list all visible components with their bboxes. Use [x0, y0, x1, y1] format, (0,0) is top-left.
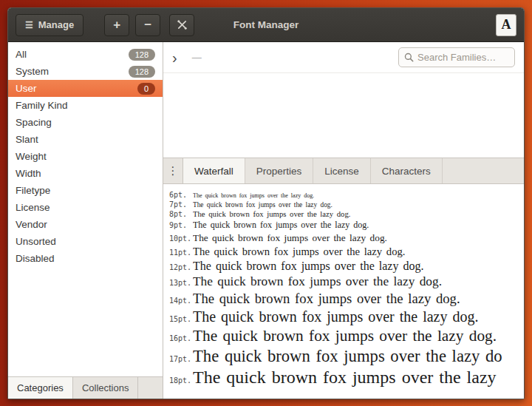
waterfall-size-label: 13pt.: [169, 279, 193, 287]
sidebar-item-label: License: [16, 202, 155, 213]
sidebar-item-all[interactable]: All 128: [8, 46, 163, 63]
waterfall-preview-text: The quick brown fox jumps over the lazy: [193, 368, 497, 388]
sidebar-item-vendor[interactable]: Vendor: [8, 216, 163, 233]
waterfall-size-label: 16pt.: [169, 334, 193, 342]
waterfall-row: 8pt. The quick brown fox jumps over the …: [169, 210, 524, 218]
waterfall-preview-text: The quick brown fox jumps over the lazy …: [193, 347, 502, 366]
sidebar-item-system[interactable]: System 128: [8, 63, 163, 80]
waterfall-size-label: 7pt.: [169, 200, 193, 209]
search-families-input[interactable]: [417, 52, 509, 63]
tab-label: Properties: [256, 166, 302, 177]
manage-button[interactable]: ☰ Manage: [16, 14, 83, 36]
waterfall-size-label: 14pt.: [169, 297, 193, 305]
sidebar-footer-tabs: Categories Collections: [8, 376, 163, 399]
waterfall-preview-text: The quick brown fox jumps over the lazy …: [193, 291, 460, 307]
waterfall-size-label: 10pt.: [169, 234, 193, 243]
sidebar-item-license[interactable]: License: [8, 199, 163, 216]
waterfall-row: 13pt. The quick brown fox jumps over the…: [169, 274, 524, 289]
sidebar-item-label: All: [16, 49, 129, 60]
waterfall-size-label: 15pt.: [169, 315, 193, 323]
plus-icon: +: [113, 18, 120, 33]
sidebar-item-width[interactable]: Width: [8, 165, 163, 182]
waterfall-size-label: 18pt.: [169, 376, 193, 385]
sidebar: All 128 System 128 User 0 Family Kind Sp…: [8, 42, 163, 399]
sidebar-item-label: Width: [16, 168, 155, 179]
waterfall-preview-text: The quick brown fox jumps over the lazy …: [193, 274, 442, 289]
waterfall-row: 14pt. The quick brown fox jumps over the…: [169, 291, 524, 307]
sidebar-item-disabled[interactable]: Disabled: [8, 250, 163, 267]
sidebar-item-unsorted[interactable]: Unsorted: [8, 233, 163, 250]
sidebar-item-slant[interactable]: Slant: [8, 131, 163, 148]
add-fonts-button[interactable]: +: [104, 14, 129, 36]
tab-license[interactable]: License: [313, 158, 371, 183]
preview-menu-button[interactable]: ⋮: [163, 158, 183, 183]
search-families-box[interactable]: [398, 47, 515, 67]
waterfall-row: 11pt. The quick brown fox jumps over the…: [169, 246, 524, 258]
sidebar-item-family-kind[interactable]: Family Kind: [8, 97, 163, 114]
sidebar-item-label: Vendor: [16, 219, 155, 230]
waterfall-preview-text: The quick brown fox jumps over the lazy …: [193, 220, 369, 231]
sidebar-item-label: Filetype: [16, 185, 155, 196]
preferences-button[interactable]: [169, 14, 194, 36]
remove-fonts-button[interactable]: −: [135, 14, 160, 36]
tab-categories[interactable]: Categories: [8, 377, 73, 399]
tab-label: Collections: [82, 382, 129, 393]
waterfall-row: 9pt. The quick brown fox jumps over the …: [169, 220, 524, 231]
count-badge: 128: [129, 66, 155, 78]
waterfall-size-label: 12pt.: [169, 263, 193, 271]
family-list-header: › —: [163, 42, 524, 73]
main-pane: › — ⋮ Waterfall: [163, 42, 524, 399]
preferences-icon: [177, 19, 188, 30]
waterfall-row: 15pt. The quick brown fox jumps over the…: [169, 308, 524, 325]
waterfall-row: 10pt. The quick brown fox jumps over the…: [169, 232, 524, 244]
waterfall-row: 17pt. The quick brown fox jumps over the…: [169, 347, 524, 366]
waterfall-preview-text: The quick brown fox jumps over the lazy …: [193, 246, 405, 258]
search-icon: [404, 53, 414, 62]
waterfall-preview-text: The quick brown fox jumps over the lazy …: [193, 201, 332, 209]
waterfall-preview-text: The quick brown fox jumps over the lazy …: [193, 232, 387, 244]
menu-icon: ☰: [25, 21, 33, 30]
sidebar-item-label: Spacing: [16, 117, 155, 128]
waterfall-preview[interactable]: 6pt. The quick brown fox jumps over the …: [163, 184, 524, 399]
waterfall-preview-text: The quick brown fox jumps over the lazy …: [193, 308, 478, 325]
waterfall-preview-text: The quick brown fox jumps over the lazy …: [193, 327, 497, 345]
expander-chevron-icon[interactable]: ›: [172, 50, 177, 65]
waterfall-preview-text: The quick brown fox jumps over the lazy …: [193, 210, 350, 218]
waterfall-row: 16pt. The quick brown fox jumps over the…: [169, 327, 524, 345]
preview-tab-bar: ⋮ Waterfall Properties License Character…: [163, 158, 524, 184]
header-bar: ☰ Manage + − Font Manager A: [8, 8, 524, 42]
tab-characters[interactable]: Characters: [371, 158, 443, 183]
sidebar-item-label: System: [16, 66, 129, 77]
tab-collections[interactable]: Collections: [73, 377, 139, 399]
sidebar-item-label: Weight: [16, 151, 155, 162]
waterfall-row: 6pt. The quick brown fox jumps over the …: [169, 191, 524, 199]
minus-icon: −: [144, 18, 151, 33]
tab-properties[interactable]: Properties: [245, 158, 314, 183]
waterfall-size-label: 11pt.: [169, 248, 193, 257]
waterfall-size-label: 9pt.: [169, 221, 193, 229]
waterfall-preview-text: The quick brown fox jumps over the lazy …: [193, 260, 423, 273]
sidebar-item-spacing[interactable]: Spacing: [8, 114, 163, 131]
sidebar-item-weight[interactable]: Weight: [8, 148, 163, 165]
waterfall-size-label: 6pt.: [169, 191, 193, 199]
sidebar-item-user[interactable]: User 0: [8, 80, 163, 97]
waterfall-row: 12pt. The quick brown fox jumps over the…: [169, 260, 524, 273]
tab-label: Waterfall: [194, 166, 233, 177]
tab-label: Characters: [382, 166, 431, 177]
sidebar-item-label: Slant: [16, 134, 155, 145]
content-area: All 128 System 128 User 0 Family Kind Sp…: [8, 42, 524, 399]
window-title: Font Manager: [8, 19, 524, 30]
sidebar-item-label: User: [16, 83, 137, 94]
count-badge: 0: [137, 83, 155, 95]
sidebar-item-label: Family Kind: [16, 100, 155, 111]
tab-label: License: [324, 166, 359, 177]
tab-waterfall[interactable]: Waterfall: [183, 158, 245, 183]
vertical-dots-icon: ⋮: [168, 164, 179, 177]
sidebar-item-label: Unsorted: [16, 236, 155, 247]
sidebar-item-filetype[interactable]: Filetype: [8, 182, 163, 199]
font-viewer-button[interactable]: A: [496, 14, 516, 36]
letter-a-icon: A: [502, 17, 511, 33]
waterfall-size-label: 17pt.: [169, 355, 193, 363]
font-manager-window: ☰ Manage + − Font Manager A: [7, 7, 525, 399]
manage-button-label: Manage: [38, 19, 74, 30]
